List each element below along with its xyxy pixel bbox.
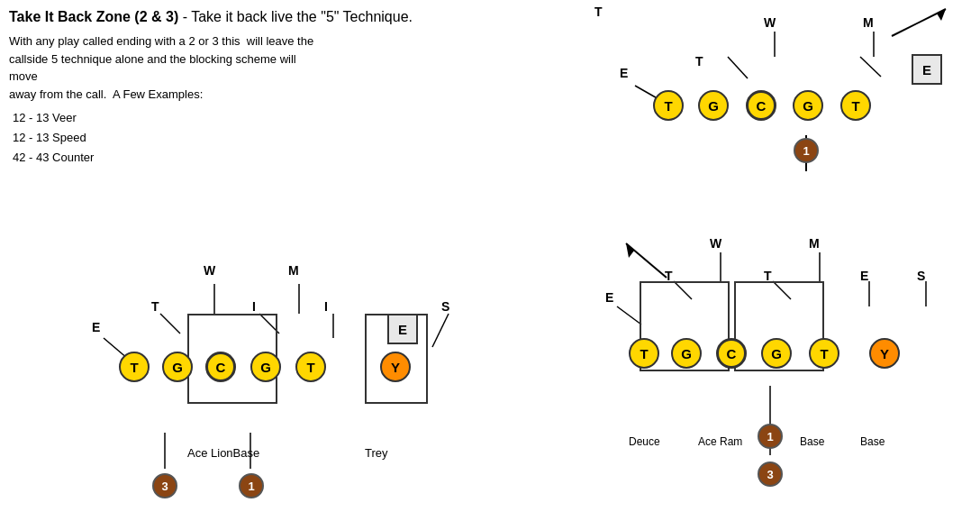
svg-line-5	[860, 57, 881, 77]
br-E-right: E	[860, 269, 868, 283]
br-OL-T-left: T	[629, 338, 659, 369]
OL-G-right: G	[793, 90, 823, 121]
br-back-3: 3	[758, 462, 783, 487]
br-OL-G-right: G	[761, 338, 792, 369]
br-label-deuce: Deuce	[629, 435, 660, 448]
bl-OL-G-left: G	[162, 352, 193, 382]
bl-label-ace-lionbase: Ace LionBase	[187, 446, 259, 460]
bottom-left-diagram: W M E T I I E S T G C G T Y Ace LionBase	[54, 252, 495, 514]
svg-marker-1	[937, 9, 946, 21]
OL-G-left: G	[698, 90, 729, 121]
svg-line-0	[892, 9, 946, 36]
br-OL-T-right: T	[809, 338, 839, 369]
bottom-right-diagram: W M E T T E S T G C G T Y Deuce Ace Ram …	[594, 225, 968, 514]
bl-back-1: 1	[239, 473, 264, 498]
br-OL-G-left: G	[671, 338, 702, 369]
defender-E-right-square: E	[912, 54, 942, 85]
br-E-left: E	[605, 290, 613, 305]
br-S: S	[917, 269, 925, 283]
bl-T-left: T	[151, 299, 159, 314]
back-1: 1	[794, 138, 819, 163]
svg-line-11	[160, 314, 180, 334]
defender-T-left-label: T	[695, 54, 703, 69]
bl-OL-T-left: T	[119, 352, 150, 382]
svg-line-21	[617, 306, 641, 324]
top-right-diagram: W M E T T E T G C G T 1	[594, 5, 964, 194]
bl-OL-T-right: T	[295, 352, 326, 382]
svg-line-14	[432, 314, 449, 347]
bl-S: S	[441, 299, 449, 314]
br-W: W	[710, 236, 721, 251]
bl-label-trey: Trey	[365, 446, 388, 460]
OL-C: C	[746, 90, 776, 121]
title-normal: - Take it back live the "5" Technique.	[178, 9, 413, 24]
bl-I-right: I	[324, 299, 328, 314]
bl-OL-C: C	[205, 352, 236, 382]
bl-linebacker-W: W	[204, 263, 215, 278]
br-label-base2: Base	[860, 435, 885, 448]
linebacker-M-label: M	[863, 15, 874, 30]
svg-line-17	[626, 243, 667, 278]
bl-linebacker-M: M	[288, 263, 299, 278]
bl-OL-G-right: G	[250, 352, 281, 382]
br-label-ace-ram: Ace Ram	[698, 435, 742, 448]
br-Y-player: Y	[869, 338, 900, 369]
OL-T-left: T	[653, 90, 684, 121]
defender-E-left-label: E	[620, 66, 628, 80]
defender-T-right-label: T	[594, 5, 603, 19]
svg-marker-18	[626, 243, 634, 258]
title-bold: Take It Back Zone (2 & 3)	[9, 9, 178, 24]
br-M: M	[809, 236, 820, 251]
linebacker-W-label: W	[764, 15, 776, 30]
description-text: With any play called ending with a 2 or …	[9, 32, 315, 103]
br-back-1: 1	[758, 424, 783, 449]
page-container: Take It Back Zone (2 & 3) - Take it back…	[0, 0, 980, 521]
br-label-base1: Base	[800, 435, 824, 448]
bl-I-left: I	[252, 299, 256, 314]
svg-line-4	[728, 57, 748, 78]
bl-E-left: E	[92, 320, 100, 334]
OL-T-right: T	[840, 90, 871, 121]
bl-Y-player: Y	[380, 352, 411, 382]
bl-back-3: 3	[152, 473, 177, 498]
top-right-lines	[594, 5, 964, 194]
br-OL-C: C	[716, 338, 747, 369]
